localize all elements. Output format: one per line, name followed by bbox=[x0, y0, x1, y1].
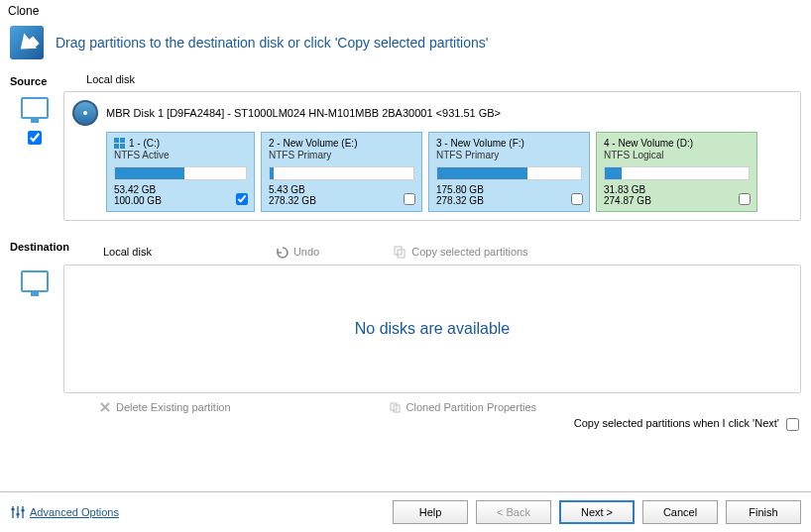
window-title: Clone bbox=[0, 0, 811, 22]
instruction-text: Drag partitions to the destination disk … bbox=[56, 35, 488, 51]
copy-next-checkbox[interactable] bbox=[786, 418, 799, 431]
svg-rect-9 bbox=[17, 513, 20, 515]
partition-checkbox[interactable] bbox=[739, 193, 751, 205]
destination-label: Destination bbox=[10, 239, 83, 253]
svg-rect-10 bbox=[22, 509, 25, 511]
svg-rect-3 bbox=[120, 144, 125, 149]
partition-checkbox[interactable] bbox=[236, 193, 248, 205]
partition-used: 53.42 GB bbox=[114, 184, 247, 195]
copy-selected-label: Copy selected partitions bbox=[411, 246, 527, 258]
hdd-icon bbox=[72, 100, 98, 126]
usage-bar bbox=[436, 166, 582, 180]
delete-existing-label: Delete Existing partition bbox=[116, 401, 231, 413]
copy-selected-button[interactable]: Copy selected partitions bbox=[393, 245, 527, 259]
partition-total: 278.32 GB bbox=[269, 195, 414, 206]
back-button[interactable]: < Back bbox=[476, 500, 551, 524]
partition-used: 31.83 GB bbox=[604, 184, 750, 195]
partition-total: 274.87 GB bbox=[604, 195, 750, 206]
finish-button[interactable]: Finish bbox=[726, 500, 801, 524]
partition-checkbox[interactable] bbox=[571, 193, 583, 205]
clone-icon bbox=[10, 26, 44, 59]
help-button[interactable]: Help bbox=[393, 500, 468, 524]
undo-label: Undo bbox=[293, 246, 319, 258]
partition-title: 2 - New Volume (E:) bbox=[269, 138, 414, 149]
partition-4[interactable]: 4 - New Volume (D:)NTFS Logical31.83 GB2… bbox=[596, 132, 757, 212]
svg-rect-2 bbox=[114, 144, 119, 149]
svg-rect-8 bbox=[12, 508, 15, 510]
partition-fs: NTFS Primary bbox=[269, 150, 414, 160]
delete-existing-button[interactable]: Delete Existing partition bbox=[99, 401, 231, 413]
partition-used: 5.43 GB bbox=[269, 184, 414, 195]
partition-3[interactable]: 3 - New Volume (F:)NTFS Primary175.80 GB… bbox=[428, 132, 590, 212]
destination-panel: No disks are available bbox=[63, 265, 801, 393]
usage-bar bbox=[604, 166, 750, 180]
partition-fs: NTFS Logical bbox=[604, 150, 750, 160]
monitor-icon bbox=[21, 270, 49, 292]
usage-bar bbox=[114, 166, 247, 180]
partition-title: 3 - New Volume (F:) bbox=[436, 138, 582, 149]
partition-total: 100.00 GB bbox=[114, 195, 247, 206]
cloned-properties-button[interactable]: Cloned Partition Properties bbox=[390, 401, 536, 413]
partition-2[interactable]: 2 - New Volume (E:)NTFS Primary5.43 GB27… bbox=[261, 132, 422, 212]
advanced-options-label: Advanced Options bbox=[30, 506, 119, 518]
svg-rect-0 bbox=[114, 138, 119, 143]
partition-fs: NTFS Active bbox=[114, 150, 247, 160]
next-button[interactable]: Next > bbox=[559, 500, 635, 524]
undo-button[interactable]: Undo bbox=[275, 245, 319, 259]
disk-title: MBR Disk 1 [D9FA2484] - ST1000LM024 HN-M… bbox=[106, 107, 501, 119]
sliders-icon bbox=[10, 504, 26, 520]
partition-used: 175.80 GB bbox=[436, 184, 582, 195]
cancel-button[interactable]: Cancel bbox=[642, 500, 718, 524]
partition-title: 4 - New Volume (D:) bbox=[604, 138, 750, 149]
partition-1[interactable]: 1 - (C:)NTFS Active53.42 GB100.00 GB bbox=[106, 132, 255, 212]
source-sublabel: Local disk bbox=[86, 73, 135, 85]
source-disk-checkbox[interactable] bbox=[28, 131, 42, 145]
partition-fs: NTFS Primary bbox=[436, 150, 582, 160]
copy-next-label: Copy selected partitions when I click 'N… bbox=[574, 417, 779, 429]
cloned-properties-label: Cloned Partition Properties bbox=[406, 401, 536, 413]
empty-message: No disks are available bbox=[355, 320, 511, 338]
source-disk-panel: MBR Disk 1 [D9FA2484] - ST1000LM024 HN-M… bbox=[63, 91, 801, 221]
monitor-icon bbox=[21, 97, 49, 119]
usage-bar bbox=[269, 166, 414, 180]
windows-icon bbox=[114, 138, 125, 149]
partition-checkbox[interactable] bbox=[404, 193, 415, 205]
partition-total: 278.32 GB bbox=[436, 195, 582, 206]
partition-title: 1 - (C:) bbox=[114, 138, 247, 149]
advanced-options-link[interactable]: Advanced Options bbox=[10, 504, 119, 520]
svg-rect-1 bbox=[120, 138, 125, 143]
source-label: Source bbox=[10, 73, 83, 87]
destination-sublabel: Local disk bbox=[103, 246, 152, 258]
